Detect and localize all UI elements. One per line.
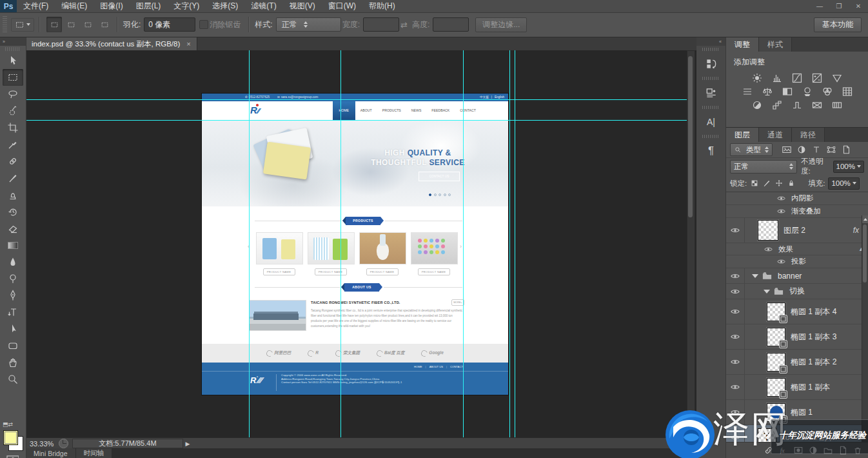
lock-brush-tool-button[interactable]: [762, 179, 771, 188]
group-caret-icon[interactable]: [752, 274, 758, 278]
guide-vertical[interactable]: [340, 50, 341, 437]
site-lang-cn[interactable]: 中文版: [480, 95, 489, 99]
properties-panel-icon[interactable]: [696, 82, 725, 104]
brush-tool[interactable]: [3, 170, 23, 186]
adjustment-hue-button[interactable]: [740, 86, 755, 97]
filter-shapeF-button[interactable]: [826, 144, 836, 155]
tab-图层[interactable]: 图层: [726, 128, 759, 142]
layer-row[interactable]: 椭圆 1: [726, 400, 868, 425]
site-nav-item[interactable]: CONTACT: [455, 108, 481, 113]
footer-link[interactable]: CONTACT: [450, 365, 463, 368]
bottom-tab-时间轴[interactable]: 时间轴: [76, 448, 112, 458]
layers-footer-mask-button[interactable]: [793, 445, 804, 455]
hand-tool[interactable]: [3, 354, 23, 371]
selection-combine-button[interactable]: [63, 17, 79, 32]
adjustment-channelmixer-button[interactable]: [820, 86, 834, 97]
layer-row[interactable]: 椭圆 1 副本 2: [726, 350, 868, 375]
tab-通道[interactable]: 通道: [759, 128, 792, 142]
path-selection-tool[interactable]: [3, 321, 23, 337]
filter-pic-button[interactable]: [782, 144, 792, 155]
layer-thumbnail[interactable]: [767, 353, 785, 372]
product-name-button[interactable]: PRODUCT NAME: [366, 268, 399, 275]
product-card[interactable]: PRODUCT NAME: [411, 232, 457, 275]
layers-footer-folder-button[interactable]: [823, 445, 833, 455]
blur-tool[interactable]: [3, 254, 23, 270]
adjustment-curves-button[interactable]: [790, 72, 804, 84]
selection-combine-button[interactable]: [97, 17, 112, 32]
site-nav-item[interactable]: NEWS: [406, 108, 427, 113]
feather-input[interactable]: 0 像素: [144, 17, 195, 32]
layer-effect-row[interactable]: 投影: [726, 255, 868, 268]
guide-horizontal[interactable]: [26, 99, 687, 100]
visibility-toggle[interactable]: [726, 375, 745, 399]
banner-dot[interactable]: [429, 194, 431, 196]
zoom-level[interactable]: 33.33%: [26, 440, 59, 448]
height-input[interactable]: [433, 17, 469, 32]
product-card[interactable]: PRODUCT NAME: [256, 232, 302, 275]
history-panel-icon[interactable]: [696, 53, 725, 75]
footer-link[interactable]: ABOUT US: [429, 365, 443, 368]
layer-effect-row[interactable]: 渐变叠加: [726, 205, 868, 218]
filter-T-button[interactable]: [811, 144, 822, 155]
about-more-button[interactable]: MORE+: [451, 299, 464, 306]
site-nav-item[interactable]: FEEDBACK: [426, 108, 455, 113]
antialias-checkbox[interactable]: [199, 20, 208, 29]
layer-group-row[interactable]: banner: [726, 268, 868, 284]
shape-tool[interactable]: [3, 337, 23, 354]
rectangular-marquee-tool[interactable]: [3, 69, 23, 86]
close-tab-icon[interactable]: ×: [186, 40, 190, 48]
visibility-toggle[interactable]: [726, 268, 745, 283]
adjustment-levels-button[interactable]: [770, 72, 784, 84]
menu-编辑(E)[interactable]: 编辑(E): [55, 0, 94, 12]
layer-row-selected[interactable]: T contact us 副本: [726, 425, 868, 442]
product-name-button[interactable]: PRODUCT NAME: [418, 268, 450, 275]
layers-footer-fx-button[interactable]: fx: [778, 445, 789, 455]
site-nav-item[interactable]: ABOUT: [355, 108, 377, 113]
visibility-toggle[interactable]: [726, 350, 745, 374]
zoom-tool[interactable]: [3, 371, 23, 388]
carousel-next-icon[interactable]: ›: [460, 243, 462, 250]
adjustment-selectivecolor-button[interactable]: [830, 99, 844, 111]
lock-lock-button[interactable]: [787, 179, 796, 188]
group-caret-icon[interactable]: [764, 290, 770, 294]
layer-thumbnail[interactable]: [767, 378, 785, 397]
blend-mode-dropdown[interactable]: 正常: [730, 160, 797, 174]
adjustment-invert-button[interactable]: [750, 99, 764, 111]
style-dropdown[interactable]: 正常: [276, 17, 341, 32]
lock-checkersm-button[interactable]: [750, 179, 759, 188]
layer-filter-dropdown[interactable]: 类型: [730, 143, 773, 156]
eraser-tool[interactable]: [3, 220, 23, 237]
visibility-toggle[interactable]: [726, 400, 745, 424]
adjustment-threshold-button[interactable]: [790, 99, 804, 111]
product-card[interactable]: PRODUCT NAME: [359, 232, 405, 275]
document-canvas[interactable]: ✆ 0512-82707625 ✉ sara.xu@rongweigroup.c…: [202, 94, 508, 395]
history-brush-tool[interactable]: [3, 203, 23, 220]
close-icon[interactable]: ✕: [849, 0, 868, 12]
layers-footer-trash-button[interactable]: [853, 445, 863, 455]
clone-stamp-tool[interactable]: [3, 186, 23, 203]
canvas-viewport[interactable]: ✆ 0512-82707625 ✉ sara.xu@rongweigroup.c…: [26, 50, 696, 437]
menu-文字(Y)[interactable]: 文字(Y): [167, 0, 206, 12]
adjustment-vibrance-button[interactable]: [830, 72, 844, 84]
layer-group-row[interactable]: 切换: [726, 284, 868, 299]
menu-选择(S)[interactable]: 选择(S): [206, 0, 244, 12]
layer-thumbnail[interactable]: T: [758, 428, 776, 443]
banner-dot[interactable]: [434, 194, 437, 196]
banner-dot[interactable]: [439, 194, 441, 196]
tool-preset-dropdown[interactable]: [11, 18, 34, 32]
tab-调整[interactable]: 调整: [726, 37, 759, 52]
menu-图像(I)[interactable]: 图像(I): [94, 0, 129, 12]
pen-tool[interactable]: [3, 287, 23, 304]
quick-mask-button[interactable]: [6, 455, 19, 458]
tab-路径[interactable]: 路径: [792, 128, 825, 142]
layers-footer-page-button[interactable]: [838, 445, 848, 455]
bottom-tab-Mini Bridge[interactable]: Mini Bridge: [26, 448, 75, 458]
type-tool[interactable]: [3, 304, 23, 321]
workspace-button[interactable]: 基本功能: [814, 17, 862, 32]
restore-icon[interactable]: ❐: [829, 0, 849, 12]
lasso-tool[interactable]: [3, 86, 23, 103]
gradient-tool[interactable]: [3, 237, 23, 254]
adjustment-exposure-button[interactable]: [810, 72, 824, 84]
adjustment-colorlookup-button[interactable]: [840, 86, 854, 97]
layers-scrollbar[interactable]: [862, 215, 868, 442]
